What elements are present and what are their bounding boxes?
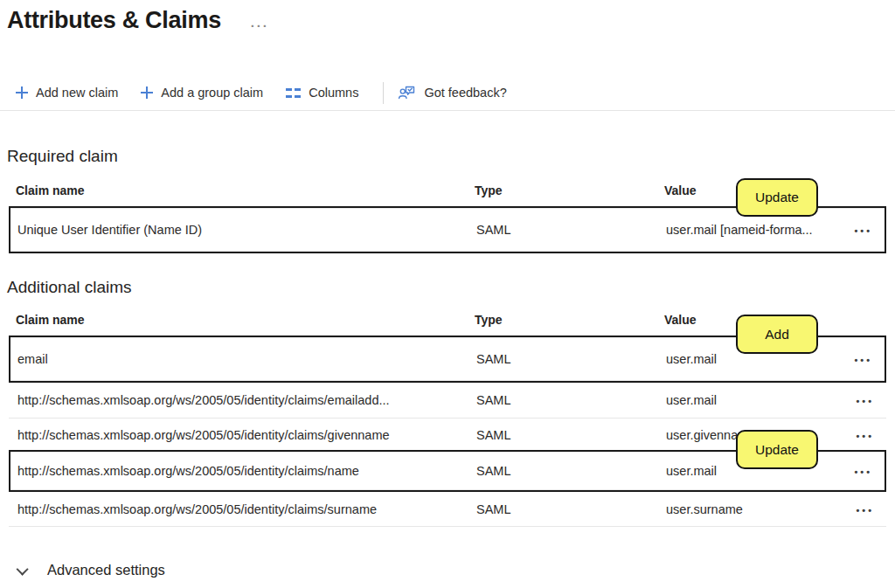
row-more-options-icon[interactable]: •••	[854, 355, 872, 365]
add-group-claim-button[interactable]: Add a group claim	[141, 86, 263, 100]
claim-type-cell: SAML	[476, 428, 666, 442]
row-more-options-icon[interactable]: •••	[856, 431, 874, 441]
advanced-settings-label: Advanced settings	[47, 562, 165, 578]
add-new-claim-label: Add new claim	[36, 86, 118, 100]
required-claim-heading: Required claim	[7, 147, 118, 166]
claim-type-cell: SAML	[476, 464, 666, 478]
annotation-update-required-claim: Update	[736, 178, 818, 217]
additional-claims-heading: Additional claims	[7, 278, 132, 297]
row-more-options-icon[interactable]: •••	[856, 396, 874, 406]
claim-type-cell: SAML	[476, 393, 666, 407]
chevron-down-icon	[17, 563, 29, 575]
claim-type-cell: SAML	[476, 502, 666, 516]
plus-icon	[16, 86, 28, 99]
feedback-icon	[398, 84, 416, 101]
plus-icon	[141, 86, 153, 99]
column-header-actions	[837, 183, 886, 206]
column-header-claim-name: Claim name	[16, 313, 475, 336]
column-header-actions	[837, 313, 886, 336]
column-header-type: Type	[475, 313, 664, 336]
add-group-claim-label: Add a group claim	[161, 86, 263, 100]
columns-button[interactable]: Columns	[286, 86, 358, 100]
columns-icon	[286, 88, 301, 98]
claim-row-surname[interactable]: http://schemas.xmlsoap.org/ws/2005/05/id…	[9, 492, 886, 527]
row-more-options-icon[interactable]: •••	[856, 505, 874, 515]
claim-name-cell: Unique User Identifier (Name ID)	[17, 223, 476, 237]
row-more-options-icon[interactable]: •••	[854, 225, 872, 236]
more-options-icon[interactable]: ···	[251, 19, 269, 32]
claim-value-cell: user.surname	[666, 502, 837, 516]
advanced-settings-toggle[interactable]: Advanced settings	[19, 562, 165, 578]
claim-name-cell: email	[17, 352, 476, 366]
column-header-type: Type	[475, 183, 664, 206]
columns-label: Columns	[309, 86, 358, 100]
row-more-options-icon[interactable]: •••	[854, 467, 872, 477]
claim-row-emailaddress[interactable]: http://schemas.xmlsoap.org/ws/2005/05/id…	[9, 383, 886, 419]
page-header: Attributes & Claims ···	[0, 0, 895, 34]
attributes-claims-page: Attributes & Claims ··· Add new claim Ad…	[0, 0, 895, 588]
claim-value-cell: user.mail	[666, 352, 836, 366]
claim-type-cell: SAML	[476, 223, 666, 237]
claim-value-cell: user.mail [nameid-forma...	[666, 223, 836, 237]
got-feedback-button[interactable]: Got feedback?	[398, 84, 506, 101]
claim-name-cell: http://schemas.xmlsoap.org/ws/2005/05/id…	[17, 428, 476, 442]
claim-name-cell: http://schemas.xmlsoap.org/ws/2005/05/id…	[17, 393, 476, 407]
got-feedback-label: Got feedback?	[424, 86, 506, 100]
add-new-claim-button[interactable]: Add new claim	[16, 86, 118, 100]
annotation-add-email-claim: Add	[736, 315, 818, 354]
page-title: Attributes & Claims	[7, 7, 221, 34]
toolbar-divider	[383, 82, 384, 104]
claim-name-cell: http://schemas.xmlsoap.org/ws/2005/05/id…	[17, 502, 476, 516]
claim-name-cell: http://schemas.xmlsoap.org/ws/2005/05/id…	[17, 464, 476, 478]
claim-type-cell: SAML	[476, 352, 666, 366]
column-header-claim-name: Claim name	[16, 183, 475, 206]
claim-value-cell: user.mail	[666, 393, 837, 407]
command-bar: Add new claim Add a group claim Columns …	[0, 75, 895, 111]
annotation-update-name-claim: Update	[736, 430, 818, 469]
